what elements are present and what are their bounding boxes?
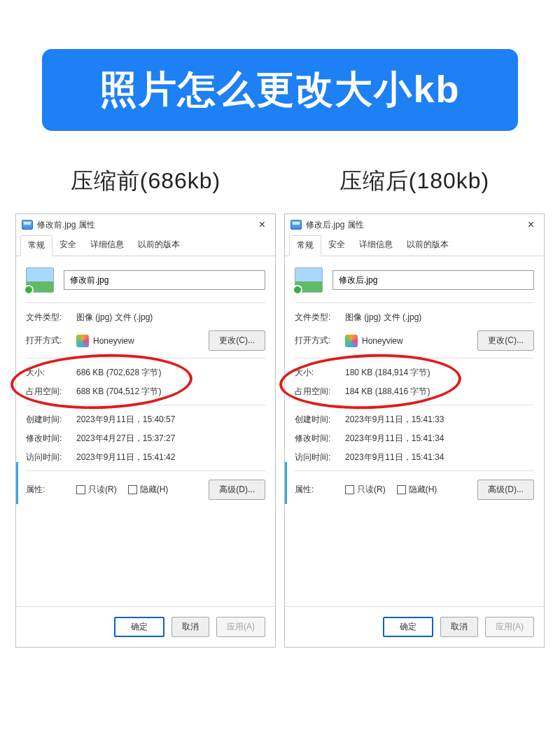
- properties-dialog-after: 修改后.jpg 属性 × 常规 安全 详细信息 以前的版本 文件类型: 图像 (…: [284, 214, 545, 648]
- readonly-checkbox[interactable]: 只读(R): [345, 484, 386, 496]
- before-title: 压缩前(686kb): [15, 166, 276, 197]
- tab-security[interactable]: 安全: [321, 235, 352, 256]
- value-accessed: 2023年9月11日，15:41:42: [76, 452, 175, 463]
- tab-general[interactable]: 常规: [20, 235, 52, 256]
- after-column: 压缩后(180kb) 修改后.jpg 属性 × 常规 安全 详细信息 以前的版本: [284, 166, 545, 648]
- ok-button[interactable]: 确定: [383, 617, 433, 637]
- apply-button[interactable]: 应用(A): [216, 617, 265, 637]
- label-filetype: 文件类型:: [295, 312, 345, 323]
- value-filetype: 图像 (jpg) 文件 (.jpg): [345, 312, 421, 323]
- ok-button[interactable]: 确定: [114, 617, 164, 637]
- window-title: 修改前.jpg 属性: [37, 219, 95, 231]
- label-filetype: 文件类型:: [26, 312, 76, 323]
- properties-dialog-before: 修改前.jpg 属性 × 常规 安全 详细信息 以前的版本 文件类型: 图像 (…: [15, 214, 276, 648]
- label-created: 创建时间:: [295, 414, 345, 426]
- label-attrs: 属性:: [26, 484, 76, 496]
- value-filetype: 图像 (jpg) 文件 (.jpg): [76, 312, 153, 323]
- titlebar: 修改前.jpg 属性 ×: [16, 214, 275, 234]
- value-sizeondisk: 184 KB (188,416 字节): [345, 386, 430, 398]
- page-banner: 照片怎么更改大小kb: [42, 49, 518, 131]
- label-openwith: 打开方式:: [26, 335, 76, 347]
- tab-strip: 常规 安全 详细信息 以前的版本: [285, 234, 544, 256]
- value-created: 2023年9月11日，15:41:33: [345, 414, 444, 426]
- hidden-checkbox[interactable]: 隐藏(H): [128, 484, 169, 496]
- tab-previous-versions[interactable]: 以前的版本: [131, 235, 187, 256]
- label-size: 大小:: [295, 367, 345, 379]
- value-size: 180 KB (184,914 字节): [345, 367, 430, 379]
- honeyview-icon: [76, 335, 89, 347]
- filename-input[interactable]: [332, 270, 534, 290]
- value-openwith: Honeyview: [362, 336, 403, 346]
- value-size: 686 KB (702,628 字节): [76, 367, 161, 379]
- cancel-button[interactable]: 取消: [440, 617, 478, 637]
- label-modified: 修改时间:: [26, 433, 76, 445]
- file-thumbnail-icon: [26, 267, 54, 293]
- label-attrs: 属性:: [295, 484, 345, 496]
- hidden-checkbox[interactable]: 隐藏(H): [397, 484, 438, 496]
- label-accessed: 访问时间:: [295, 452, 345, 463]
- close-icon[interactable]: ×: [255, 218, 270, 231]
- value-created: 2023年9月11日，15:40:57: [76, 414, 175, 426]
- file-thumbnail-icon: [295, 267, 323, 293]
- value-accessed: 2023年9月11日，15:41:34: [345, 452, 444, 463]
- label-sizeondisk: 占用空间:: [26, 386, 76, 398]
- advanced-button[interactable]: 高级(D)...: [209, 480, 265, 500]
- value-openwith: Honeyview: [93, 336, 134, 346]
- tab-general[interactable]: 常规: [289, 235, 321, 256]
- tab-previous-versions[interactable]: 以前的版本: [400, 235, 456, 256]
- label-modified: 修改时间:: [295, 433, 345, 445]
- close-icon[interactable]: ×: [524, 218, 538, 231]
- readonly-checkbox[interactable]: 只读(R): [76, 484, 117, 496]
- apply-button[interactable]: 应用(A): [485, 617, 534, 637]
- file-icon: [290, 220, 302, 230]
- advanced-button[interactable]: 高级(D)...: [477, 480, 534, 500]
- label-openwith: 打开方式:: [295, 335, 345, 347]
- tab-details[interactable]: 详细信息: [352, 235, 400, 256]
- change-button[interactable]: 更改(C)...: [477, 330, 534, 351]
- change-button[interactable]: 更改(C)...: [209, 330, 265, 351]
- label-created: 创建时间:: [26, 414, 76, 426]
- label-accessed: 访问时间:: [26, 452, 76, 463]
- titlebar: 修改后.jpg 属性 ×: [285, 214, 544, 234]
- label-sizeondisk: 占用空间:: [295, 386, 345, 398]
- file-icon: [22, 220, 33, 230]
- tab-security[interactable]: 安全: [52, 235, 83, 256]
- after-title: 压缩后(180kb): [284, 166, 545, 197]
- label-size: 大小:: [26, 367, 76, 379]
- value-modified: 2023年9月11日，15:41:34: [345, 433, 444, 445]
- window-title: 修改后.jpg 属性: [306, 219, 364, 231]
- value-modified: 2023年4月27日，15:37:27: [76, 433, 175, 445]
- filename-input[interactable]: [64, 270, 265, 290]
- annotation-circle: [10, 351, 194, 412]
- cancel-button[interactable]: 取消: [172, 617, 209, 637]
- value-sizeondisk: 688 KB (704,512 字节): [76, 386, 161, 398]
- tab-strip: 常规 安全 详细信息 以前的版本: [16, 234, 275, 256]
- annotation-circle: [279, 351, 463, 412]
- honeyview-icon: [345, 335, 358, 347]
- before-column: 压缩前(686kb) 修改前.jpg 属性 × 常规 安全 详细信息 以前的版本: [15, 166, 276, 648]
- tab-details[interactable]: 详细信息: [83, 235, 131, 256]
